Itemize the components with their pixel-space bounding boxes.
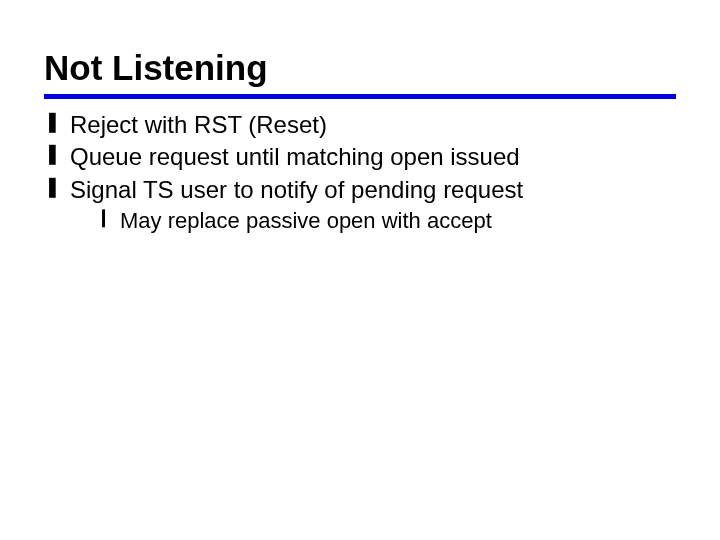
bullet-glyph-icon: ❚ xyxy=(44,176,61,196)
sub-bullet-item: ❙ May replace passive open with accept xyxy=(96,206,676,236)
bullet-glyph-icon: ❚ xyxy=(44,111,61,131)
sub-bullet-list: ❙ May replace passive open with accept xyxy=(70,206,676,236)
slide-title: Not Listening xyxy=(44,48,676,88)
title-underline xyxy=(44,94,676,99)
bullet-item: ❚ Signal TS user to notify of pending re… xyxy=(44,174,676,236)
bullet-item: ❚ Reject with RST (Reset) xyxy=(44,109,676,141)
bullet-glyph-icon: ❚ xyxy=(44,143,61,163)
bullet-text: Queue request until matching open issued xyxy=(70,143,520,170)
sub-bullet-text: May replace passive open with accept xyxy=(120,208,492,233)
bullet-list: ❚ Reject with RST (Reset) ❚ Queue reques… xyxy=(44,109,676,236)
bullet-item: ❚ Queue request until matching open issu… xyxy=(44,141,676,173)
sub-bullet-glyph-icon: ❙ xyxy=(96,208,111,226)
slide: Not Listening ❚ Reject with RST (Reset) … xyxy=(0,0,720,236)
bullet-text: Reject with RST (Reset) xyxy=(70,111,327,138)
bullet-text: Signal TS user to notify of pending requ… xyxy=(70,176,523,203)
